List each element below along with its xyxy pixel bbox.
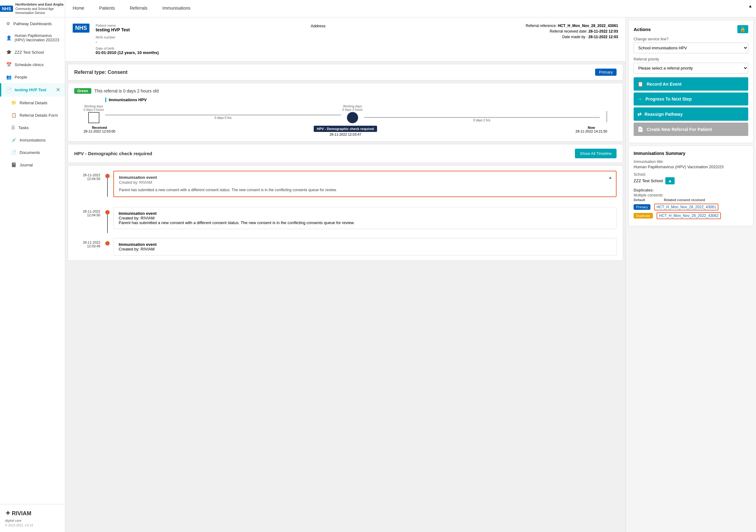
nav-tab-patients[interactable]: Patients	[92, 0, 122, 17]
dup-row-duplicate: Duplicate HCT_H_Mon_Nov_28_2022_43062	[634, 212, 748, 219]
reassign-pathway-button[interactable]: ⇄ Reassign Pathway	[634, 107, 748, 121]
progress-icon: →	[637, 96, 642, 102]
sidebar-item-referral-details[interactable]: 📁 Referral Details	[0, 96, 65, 109]
nhs-logo: NHS	[0, 6, 13, 12]
nhs-number-label: NHS number	[96, 36, 116, 39]
event-card-2: Immunisation event Created by: RIVIAM Pa…	[113, 207, 616, 229]
pathway-label: Immunisations HPV	[105, 97, 147, 102]
dob-value: 01-01-2010 (12 years, 10 months)	[96, 50, 310, 55]
duplicates-section: Duplicates: Multiple consents: Default R…	[634, 188, 748, 219]
patient-nhs-logo: NHS	[73, 24, 90, 33]
address-label: Address	[310, 24, 326, 28]
imm-title-value: Human Papillomavirus (HPV) Vaccination 2…	[634, 165, 748, 169]
event-toggle-1[interactable]: ▲	[608, 175, 612, 180]
sidebar-footer: ✦ RIVIAM digital care © 2013-2022. v.0.1…	[0, 504, 65, 532]
sidebar-item-journal[interactable]: 📓 Journal	[0, 159, 65, 171]
timeline-node-end	[601, 106, 607, 122]
event-dot-col-1	[105, 171, 110, 197]
copyright: © 2013-2022. v.0.14	[5, 524, 60, 527]
immunisations-summary: Immunisations Summary Immunisation title…	[628, 145, 753, 226]
dup-duplicate-link[interactable]: HCT_H_Mon_Nov_28_2022_43062	[657, 212, 721, 219]
event-row-1: 28-11-202212:04:50 Immunisation event Cr…	[74, 171, 616, 202]
referral-priority-select[interactable]: Please select a referral priority	[634, 63, 748, 74]
top-navigation: NHS Hertfordshire and East Anglia Commun…	[0, 0, 756, 17]
school-value: ZZZ Test School	[634, 178, 663, 183]
event-body-2: Parent has submitted a new consent with …	[119, 220, 611, 225]
dob-label: Date of birth	[96, 47, 310, 50]
event-creator-1: Created by: RIVIAM	[119, 180, 611, 185]
sidebar-item-testing-hvp[interactable]: 📄 testing HVP Test ✕	[0, 83, 65, 96]
record-event-button[interactable]: 📋 Record An Event	[634, 77, 748, 90]
imm-summary-title: Immunisations Summary	[634, 151, 748, 156]
sidebar-item-zzz-school[interactable]: 🎓 ZZZ Test School	[0, 46, 65, 58]
patient-ref: Referral reference: HCT_H_Mon_Nov_28_202…	[526, 24, 618, 40]
school-row: School: ZZZ Test School ▲	[634, 172, 748, 184]
org-name: Hertfordshire and East Anglia	[15, 2, 65, 7]
record-event-icon: 📋	[637, 81, 644, 87]
immunisations-icon: 💉	[11, 138, 16, 142]
service-line-select[interactable]: School immunisations HPV	[634, 42, 748, 53]
sidebar-item-referral-details-form[interactable]: 📋 Referral Details Form	[0, 109, 65, 121]
show-all-timeline-button[interactable]: Show All Timeline	[575, 149, 616, 158]
sidebar-item-immunisations[interactable]: 💉 Immunisations	[0, 134, 65, 146]
event-card-3: Immunisation event Created by: RIVIAM ▲	[113, 238, 616, 255]
sidebar-item-documents[interactable]: 📄 Documents	[0, 146, 65, 159]
date-current-step: HPV - Demographic check required 28-11-2…	[314, 126, 377, 136]
nav-tab-referrals[interactable]: Referrals	[122, 0, 155, 17]
nav-tab-home[interactable]: Home	[65, 0, 92, 17]
node-circle	[347, 112, 358, 123]
actions-panel: Actions 🔒 Change service line? School im…	[628, 20, 753, 143]
sidebar-item-pathway-dashboards[interactable]: ⚙ Pathway Dashboards	[0, 17, 65, 30]
duplicates-label: Duplicates:	[634, 188, 748, 192]
ref-ref-value: HCT_H_Mon_Nov_28_2022_43061	[558, 24, 618, 28]
logo-area: NHS Hertfordshire and East Anglia Commun…	[0, 0, 65, 17]
referral-priority-group: Referral priority Please select a referr…	[634, 57, 748, 74]
event-row-3: 28-11-202212:03:49 Immunisation event Cr…	[74, 238, 616, 255]
primary-badge: Primary	[595, 68, 616, 76]
school-label: School:	[634, 172, 748, 177]
ref-received-label: Referral received date:	[550, 29, 587, 34]
event-creator-3: Created by: RIVIAM	[119, 247, 611, 251]
sidebar-item-people[interactable]: 👥 People	[0, 71, 65, 83]
school-icon: 🎓	[6, 50, 12, 55]
ref-ref-label: Referral reference:	[526, 24, 557, 28]
dup-primary-link[interactable]: HCT_H_Mon_Nov_28_2022_43061	[654, 204, 718, 211]
multiple-consents-label: Multiple consents:	[634, 193, 748, 197]
date-received: Received 28-11-2022 12:03:00	[84, 126, 115, 136]
progress-next-step-button[interactable]: → Progress To Next Step	[634, 92, 748, 106]
riviam-tagline: digital care	[5, 519, 60, 522]
documents-icon: 📄	[11, 150, 16, 155]
patient-name: testing HVP Test	[96, 27, 310, 32]
sidebar-close-icon[interactable]: ✕	[56, 87, 60, 93]
event-datetime-2: 28-11-202212:04:50	[74, 207, 105, 217]
date-now: Now 28-11-2022 14:21:50	[576, 126, 607, 136]
event-dot-col-3	[105, 238, 110, 245]
event-title-3: Immunisation event	[119, 242, 611, 247]
timeline-node-current: Working days0 days 2 hours	[342, 105, 363, 123]
patient-card: NHS Patient name testing HVP Test NHS nu…	[65, 17, 626, 62]
event-datetime-3: 28-11-202212:03:49	[74, 238, 105, 248]
form-icon: 📋	[11, 113, 16, 118]
ref-received-value: 28-11-2022 12:03	[589, 29, 618, 34]
events-section: 28-11-202212:04:50 Immunisation event Cr…	[68, 165, 623, 261]
sidebar-item-tasks[interactable]: ☰ Tasks	[0, 121, 65, 134]
imm-title-label: Immunisation title:	[634, 160, 748, 164]
doc-icon: 📄	[6, 88, 12, 92]
referral-type-bar: Referral type: Consent Primary	[68, 64, 623, 80]
sidebar-item-schedule-clinics[interactable]: 📅 Schedule clinics	[0, 58, 65, 71]
school-upload-button[interactable]: ▲	[665, 177, 674, 184]
connector-1: 0 days 0 hrs	[105, 108, 341, 119]
sidebar-item-hpv[interactable]: 👤 Human Papillomavirus (HPV) Vaccination…	[0, 30, 65, 46]
dup-table-header: Default Related consent received	[634, 198, 748, 202]
event-datetime-1: 28-11-202212:04:50	[74, 171, 105, 181]
event-dot-col-2	[105, 207, 110, 233]
pathway-dashboards-icon: ⚙	[6, 21, 10, 26]
connector-2: 0 days 2 hrs	[364, 106, 600, 122]
nav-tab-immunisations[interactable]: Immunisations	[155, 0, 198, 17]
current-step-label: HPV - Demographic check required	[74, 151, 152, 156]
lock-icon[interactable]: 🔒	[737, 25, 748, 33]
org-subtitle: Community and School Age Immunisation Se…	[15, 7, 65, 15]
date-made-label: Date made by :	[562, 35, 587, 39]
timeline-card: Green This referral is 0 days 2 hours ol…	[68, 83, 623, 141]
people-icon: 👥	[6, 74, 12, 80]
